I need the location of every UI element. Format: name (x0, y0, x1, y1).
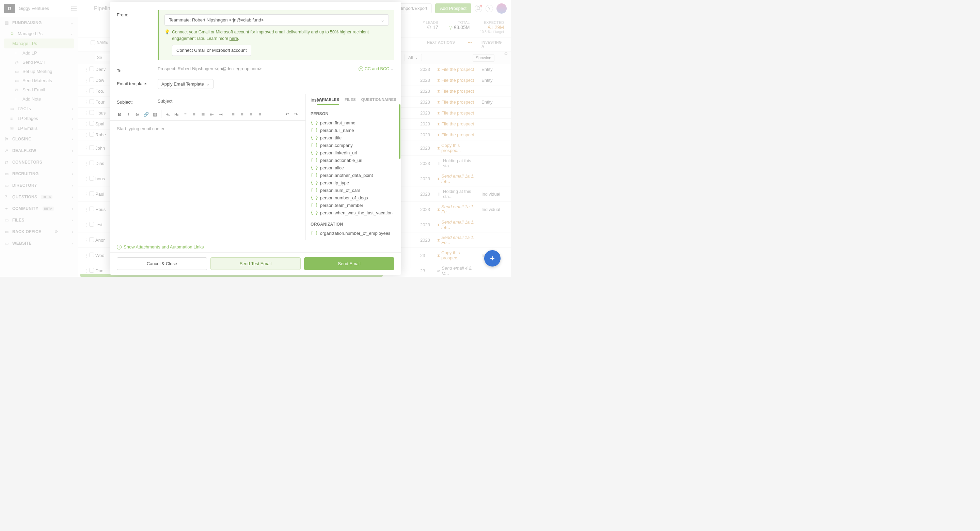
variable-name: person.first_name (320, 120, 355, 125)
to-value[interactable]: Prospect: Robert Nipshagen <rjn@decilegr… (158, 66, 261, 71)
undo-icon[interactable]: ↶ (283, 110, 291, 118)
cancel-button[interactable]: Cancel & Close (117, 257, 207, 270)
variable-name: person.lp_type (320, 180, 349, 185)
quote-icon[interactable]: ❝ (181, 110, 189, 118)
variable-name: person.company (320, 143, 353, 148)
variable-name: organization.number_of_employees (320, 231, 391, 236)
variable-item[interactable]: { }person.when_was_the_last_vacation (310, 209, 396, 217)
variable-name: person.title (320, 135, 342, 140)
tab-questionnaires[interactable]: QUESTIONNAIRES (361, 97, 396, 105)
variable-item[interactable]: { }person.alice (310, 164, 396, 171)
bullet-list-icon[interactable]: ≡ (190, 110, 198, 118)
cc-bcc-toggle[interactable]: + CC and BCC ⌄ (359, 66, 394, 71)
send-test-email-button[interactable]: Send Test Email (210, 257, 301, 270)
variable-item[interactable]: { }organization.number_of_employees (310, 230, 396, 237)
var-group-organization: ORGANIZATION (310, 222, 396, 226)
outdent-icon[interactable]: ⇤ (208, 110, 216, 118)
to-label: To: (117, 66, 158, 73)
variable-name: person.number_of_dogs (320, 195, 368, 200)
redo-icon[interactable]: ↷ (292, 110, 300, 118)
editor-toolbar: B I S 🔗 ▧ H₁ H₂ ❝ ≡ ≣ ⇤ ⇥ ≡ ≡ ≡ (110, 108, 305, 121)
tab-files[interactable]: FILES (345, 97, 356, 105)
strikethrough-icon[interactable]: S (133, 110, 141, 118)
chevron-down-icon: ⌄ (381, 18, 385, 22)
variable-name: person.team_member (320, 203, 363, 208)
braces-icon: { } (310, 188, 318, 193)
variable-item[interactable]: { }person.actionable_url (310, 156, 396, 164)
variable-item[interactable]: { }person.full_name (310, 126, 396, 134)
label: CC and BCC (365, 67, 389, 71)
apply-template-dropdown[interactable]: Apply Email Template ⌄ (158, 79, 213, 89)
link-icon[interactable]: 🔗 (142, 110, 150, 118)
template-label: Email template: (117, 79, 158, 86)
variable-item[interactable]: { }person.num_of_cars (310, 187, 396, 194)
label: Show Attachments and Automation Links (124, 244, 204, 249)
variable-item[interactable]: { }person.first_name (310, 119, 396, 126)
variable-name: person.alice (320, 165, 344, 171)
variable-item[interactable]: { }person.lp_type (310, 179, 396, 187)
braces-icon: { } (310, 195, 318, 200)
variable-item[interactable]: { }person.number_of_dogs (310, 194, 396, 201)
braces-icon: { } (310, 128, 318, 132)
insert-panel: Insert: VARIABLES FILES QUESTIONNAIRES P… (306, 94, 401, 240)
panel-scrollbar[interactable] (399, 104, 401, 159)
h1-icon[interactable]: H₁ (164, 110, 172, 118)
variable-name: person.num_of_cars (320, 188, 361, 193)
numbered-list-icon[interactable]: ≣ (199, 110, 207, 118)
chevron-down-icon: ⌄ (206, 81, 210, 86)
align-justify-icon[interactable]: ≡ (256, 110, 264, 118)
variable-item[interactable]: { }person.company (310, 142, 396, 149)
connect-account-button[interactable]: Connect Gmail or Microsoft account (172, 45, 251, 56)
braces-icon: { } (310, 173, 318, 177)
tab-variables[interactable]: VARIABLES (317, 97, 339, 105)
italic-icon[interactable]: I (124, 110, 132, 118)
braces-icon: { } (310, 165, 318, 170)
fab-add-button[interactable]: + (484, 250, 501, 266)
var-group-person: PERSON (310, 112, 396, 116)
email-body-editor[interactable]: Start typing email content (110, 121, 305, 240)
connect-tip: 💡 Connect your Gmail or Microsoft accoun… (164, 29, 389, 56)
modal-footer: Cancel & Close Send Test Email Send Emai… (110, 252, 401, 275)
label: Apply Email Template (161, 81, 204, 86)
variable-name: person.linkedin_url (320, 150, 357, 155)
tip-text: Connect your Gmail or Microsoft account … (172, 30, 369, 41)
plus-circle-icon: + (117, 245, 122, 249)
variable-name: person.full_name (320, 128, 354, 133)
variable-item[interactable]: { }person.linkedin_url (310, 149, 396, 156)
braces-icon: { } (310, 120, 318, 125)
image-icon[interactable]: ▧ (151, 110, 159, 118)
align-left-icon[interactable]: ≡ (229, 110, 237, 118)
from-box: Teammate: Robert Nipshagen <rjn@vclab.fu… (158, 10, 394, 60)
variable-name: person.actionable_url (320, 158, 362, 163)
variable-name: person.another_data_point (320, 173, 373, 178)
braces-icon: { } (310, 231, 318, 236)
align-center-icon[interactable]: ≡ (238, 110, 246, 118)
teammate-value: Teammate: Robert Nipshagen <rjn@vclab.fu… (169, 18, 264, 22)
braces-icon: { } (310, 150, 318, 155)
send-email-button[interactable]: Send Email (304, 257, 394, 270)
variable-item[interactable]: { }person.title (310, 134, 396, 142)
plus-circle-icon: + (359, 67, 363, 71)
braces-icon: { } (310, 158, 318, 163)
h2-icon[interactable]: H₂ (172, 110, 180, 118)
braces-icon: { } (310, 135, 318, 140)
braces-icon: { } (310, 210, 318, 215)
send-email-modal: From: Teammate: Robert Nipshagen <rjn@vc… (110, 2, 401, 275)
from-label: From: (117, 10, 158, 18)
show-attachments-link[interactable]: + Show Attachments and Automation Links (117, 244, 394, 249)
lightbulb-icon: 💡 (164, 29, 170, 56)
learn-more-link[interactable]: here (229, 36, 238, 41)
indent-icon[interactable]: ⇥ (216, 110, 225, 118)
from-teammate-dropdown[interactable]: Teammate: Robert Nipshagen <rjn@vclab.fu… (164, 14, 389, 26)
variable-item[interactable]: { }person.another_data_point (310, 171, 396, 179)
align-right-icon[interactable]: ≡ (247, 110, 255, 118)
subject-label: Subject: (117, 97, 158, 105)
bold-icon[interactable]: B (115, 110, 124, 118)
chevron-down-icon: ⌄ (391, 66, 394, 71)
braces-icon: { } (310, 143, 318, 148)
variable-name: person.when_was_the_last_vacation (320, 210, 393, 215)
braces-icon: { } (310, 180, 318, 185)
braces-icon: { } (310, 203, 318, 207)
variable-item[interactable]: { }person.team_member (310, 201, 396, 209)
subject-input[interactable] (158, 99, 299, 104)
